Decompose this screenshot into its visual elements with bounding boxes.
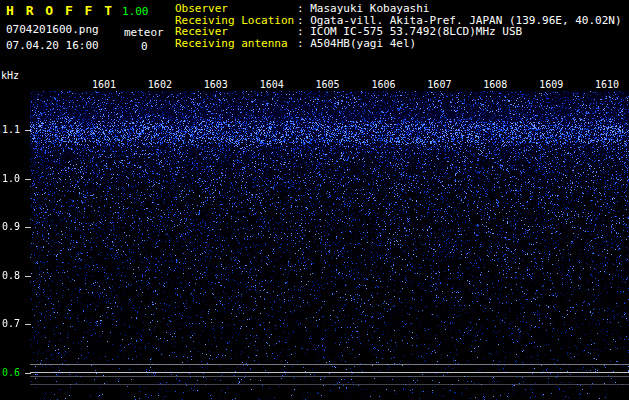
frequency-tick-label: 0.8 <box>2 270 20 281</box>
time-tick-label: 1606 <box>371 79 397 90</box>
frequency-tick-mark <box>25 276 31 277</box>
frequency-tick-label: 1.0 <box>2 173 20 184</box>
info-value: : A504HB(yagi 4el) <box>297 37 416 50</box>
meteor-echo-count: 0 <box>141 40 148 53</box>
app-version: 1.00 <box>122 5 149 18</box>
frequency-tick-mark <box>25 324 31 325</box>
info-label: Receiver <box>175 26 297 38</box>
time-tick-label: 1608 <box>482 79 508 90</box>
time-tick-label: 1605 <box>315 79 341 90</box>
frequency-tick-label: 0.6 <box>2 367 20 378</box>
frequency-tick-mark <box>25 130 31 131</box>
time-tick-label: 1607 <box>426 79 452 90</box>
frequency-tick-mark <box>25 373 31 374</box>
info-row: Receiving antenna: A504HB(yagi 4el) <box>175 38 622 50</box>
frequency-tick-label: 1.1 <box>2 124 20 135</box>
frequency-tick-mark <box>25 179 31 180</box>
station-info-block: Observer: Masayuki KobayashiReceiving Lo… <box>175 3 622 49</box>
time-tick-label: 1601 <box>91 79 117 90</box>
info-label: Receiving antenna <box>175 38 297 50</box>
time-tick-label: 1610 <box>594 79 620 90</box>
info-label: Observer <box>175 3 297 15</box>
app-title: H R O F F T <box>6 3 114 18</box>
datetime-label: 07.04.20 16:00 <box>6 39 99 52</box>
time-tick-label: 1604 <box>259 79 285 90</box>
time-tick-label: 1609 <box>538 79 564 90</box>
y-axis-unit: kHz <box>1 70 19 81</box>
time-tick-label: 1603 <box>203 79 229 90</box>
frequency-tick-label: 0.9 <box>2 221 20 232</box>
frequency-tick-mark <box>25 227 31 228</box>
frequency-tick-label: 0.7 <box>2 318 20 329</box>
hrofft-window: H R O F F T 1.00 0704201600.png meteor 0… <box>0 0 629 400</box>
mode-label: meteor <box>124 26 164 39</box>
time-tick-label: 1602 <box>147 79 173 90</box>
spectrogram-canvas <box>30 91 629 400</box>
output-filename: 0704201600.png <box>6 23 99 36</box>
